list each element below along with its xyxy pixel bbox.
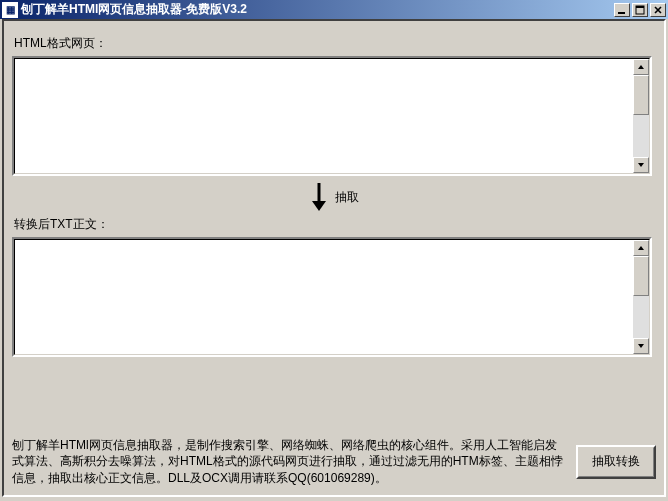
scroll-down-icon[interactable] [633, 157, 649, 173]
window-titlebar: ▦ 刨丁解羊HTMl网页信息抽取器-免费版V3.2 [0, 0, 668, 19]
close-button[interactable] [650, 3, 666, 17]
client-area: HTML格式网页： 抽取 转换后TXT正文： 刨 [2, 19, 666, 497]
svg-rect-2 [636, 6, 644, 8]
input-textbox[interactable] [12, 56, 652, 176]
scroll-up-icon[interactable] [633, 59, 649, 75]
input-scrollbar[interactable] [633, 59, 649, 173]
button-label: 抽取转换 [592, 453, 640, 470]
scroll-thumb[interactable] [633, 75, 649, 115]
maximize-button[interactable] [632, 3, 648, 17]
arrow-label: 抽取 [335, 189, 359, 206]
arrow-down-icon [309, 181, 329, 213]
app-icon: ▦ [2, 2, 18, 18]
input-textarea[interactable] [15, 59, 633, 173]
minimize-button[interactable] [614, 3, 630, 17]
scroll-thumb[interactable] [633, 256, 649, 296]
scroll-up-icon[interactable] [633, 240, 649, 256]
output-textbox[interactable] [12, 237, 652, 357]
extract-convert-button[interactable]: 抽取转换 [576, 445, 656, 479]
output-textarea[interactable] [15, 240, 633, 354]
footer-row: 刨丁解羊HTMl网页信息抽取器，是制作搜索引擎、网络蜘蛛、网络爬虫的核心组件。采… [12, 437, 656, 487]
description-text: 刨丁解羊HTMl网页信息抽取器，是制作搜索引擎、网络蜘蛛、网络爬虫的核心组件。采… [12, 437, 566, 487]
svg-rect-0 [618, 12, 625, 14]
output-label: 转换后TXT正文： [14, 216, 656, 233]
output-scrollbar[interactable] [633, 240, 649, 354]
arrow-row: 抽取 [12, 180, 656, 214]
scroll-down-icon[interactable] [633, 338, 649, 354]
input-label: HTML格式网页： [14, 35, 656, 52]
window-title: 刨丁解羊HTMl网页信息抽取器-免费版V3.2 [21, 1, 612, 18]
